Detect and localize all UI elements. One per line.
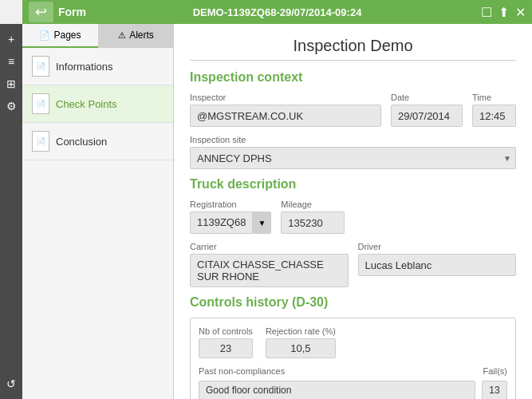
carrier-group: Carrier CITAIX CHASSE_CHASSE SUR RHONE bbox=[190, 242, 349, 287]
tab-pages[interactable]: 📄 Pages bbox=[22, 24, 98, 48]
left-panel: 📄 Informations 📄 Check Points 📄 Conclusi… bbox=[22, 48, 174, 399]
site-label: Inspection site bbox=[190, 135, 516, 144]
settings-icon[interactable]: ⚙ bbox=[2, 97, 20, 115]
alerts-tab-icon: ⚠ bbox=[118, 30, 126, 41]
compliance-list: Good floor condition13Good bottle mount … bbox=[199, 381, 507, 399]
mileage-value: 135230 bbox=[281, 211, 345, 234]
carrier-value: CITAIX CHASSE_CHASSE SUR RHONE bbox=[190, 254, 349, 287]
rejection-label: Rejection rate (%) bbox=[266, 326, 336, 336]
nb-controls-group: Nb of controls 23 bbox=[199, 326, 253, 358]
sidebar-item-conclusion[interactable]: 📄 Conclusion bbox=[22, 123, 173, 160]
nb-controls-label: Nb of controls bbox=[199, 326, 253, 336]
rejection-group: Rejection rate (%) 10,5 bbox=[266, 326, 336, 358]
inspector-group: Inspector @MGSTREAM.CO.UK bbox=[190, 93, 381, 127]
date-value: 29/07/2014 bbox=[391, 105, 463, 127]
registration-wrapper: 1139ZQ68 ▼ bbox=[190, 211, 271, 234]
driver-value: Lucas Leblanc bbox=[358, 254, 517, 276]
informations-icon: 📄 bbox=[32, 56, 49, 77]
title-divider bbox=[190, 60, 516, 61]
new-document-icon[interactable]: ☐ bbox=[481, 5, 492, 20]
sidebar-item-informations[interactable]: 📄 Informations bbox=[22, 48, 173, 85]
time-label: Time bbox=[472, 93, 516, 102]
back-button[interactable]: ↩ bbox=[29, 2, 53, 22]
layers-icon[interactable]: ⊞ bbox=[2, 75, 20, 93]
sidebar-item-checkpoints[interactable]: 📄 Check Points bbox=[22, 85, 173, 123]
controls-box: Nb of controls 23 Rejection rate (%) 10,… bbox=[190, 318, 516, 399]
date-label: Date bbox=[391, 93, 463, 102]
forms-icon[interactable]: ≡ bbox=[2, 53, 20, 70]
driver-label: Driver bbox=[358, 242, 517, 251]
site-row: Inspection site ANNECY DPHS ▼ bbox=[190, 135, 516, 169]
site-group: Inspection site ANNECY DPHS ▼ bbox=[190, 135, 516, 169]
conclusion-icon: 📄 bbox=[32, 131, 49, 152]
conclusion-label: Conclusion bbox=[56, 136, 107, 148]
site-select[interactable]: ANNECY DPHS bbox=[190, 147, 516, 169]
nb-controls-value: 23 bbox=[199, 338, 253, 358]
driver-group: Driver Lucas Leblanc bbox=[358, 242, 517, 287]
registration-label: Registration bbox=[190, 200, 271, 209]
refresh-icon[interactable]: ↺ bbox=[2, 375, 20, 393]
mileage-label: Mileage bbox=[281, 200, 345, 209]
section-controls: Controls history (D-30) bbox=[190, 295, 516, 310]
inspector-row: Inspector @MGSTREAM.CO.UK Date 29/07/201… bbox=[190, 93, 516, 127]
compliance-fail-count: 13 bbox=[482, 381, 507, 399]
page-title: Inspection Demo bbox=[190, 37, 516, 55]
date-group: Date 29/07/2014 bbox=[391, 93, 463, 127]
registration-value: 1139ZQ68 bbox=[190, 211, 253, 234]
inspector-label: Inspector bbox=[190, 93, 381, 102]
demo-id: DEMO-1139ZQ68-29/07/2014-09:24 bbox=[193, 6, 362, 18]
section-truck: Truck description bbox=[190, 177, 516, 192]
truck-row2: Carrier CITAIX CHASSE_CHASSE SUR RHONE D… bbox=[190, 242, 516, 287]
main-content: Inspection Demo Inspection context Inspe… bbox=[174, 24, 532, 399]
topbar-actions: ☐ ⬆ ✕ bbox=[481, 5, 526, 20]
checkpoints-label: Check Points bbox=[56, 98, 117, 110]
pages-tab-icon: 📄 bbox=[39, 30, 50, 41]
topbar: ↩ Form DEMO-1139ZQ68-29/07/2014-09:24 ☐ … bbox=[22, 0, 532, 24]
add-icon[interactable]: + bbox=[2, 30, 20, 48]
rejection-value: 10,5 bbox=[266, 338, 336, 358]
past-label: Past non-compliances bbox=[199, 366, 285, 376]
global-sidebar: + ≡ ⊞ ⚙ ↺ bbox=[0, 24, 22, 399]
compliance-header: Past non-compliances Fail(s) bbox=[199, 366, 507, 376]
time-group: Time 12:45 bbox=[472, 93, 516, 127]
mileage-group: Mileage 135230 bbox=[281, 200, 345, 234]
nav-tabs: 📄 Pages ⚠ Alerts bbox=[22, 24, 174, 48]
tab-alerts[interactable]: ⚠ Alerts bbox=[98, 24, 174, 48]
checkpoints-icon: 📄 bbox=[32, 93, 49, 114]
registration-dropdown[interactable]: ▼ bbox=[253, 211, 271, 234]
carrier-label: Carrier bbox=[190, 242, 349, 251]
upload-icon[interactable]: ⬆ bbox=[499, 5, 509, 20]
section-inspection-context: Inspection context bbox=[190, 70, 516, 85]
inspector-value: @MGSTREAM.CO.UK bbox=[190, 105, 381, 127]
compliance-item-label: Good floor condition bbox=[199, 381, 475, 399]
topbar-left: ↩ Form bbox=[29, 2, 86, 22]
time-value: 12:45 bbox=[472, 105, 516, 127]
close-icon[interactable]: ✕ bbox=[515, 5, 526, 20]
form-label: Form bbox=[58, 6, 86, 18]
truck-row1: Registration 1139ZQ68 ▼ Mileage 135230 bbox=[190, 200, 516, 234]
informations-label: Informations bbox=[56, 61, 113, 73]
compliance-row: Good floor condition13 bbox=[199, 381, 507, 399]
controls-header: Nb of controls 23 Rejection rate (%) 10,… bbox=[199, 326, 507, 358]
fails-label: Fail(s) bbox=[483, 366, 507, 376]
site-select-wrapper: ANNECY DPHS ▼ bbox=[190, 147, 516, 169]
registration-group: Registration 1139ZQ68 ▼ bbox=[190, 200, 271, 234]
